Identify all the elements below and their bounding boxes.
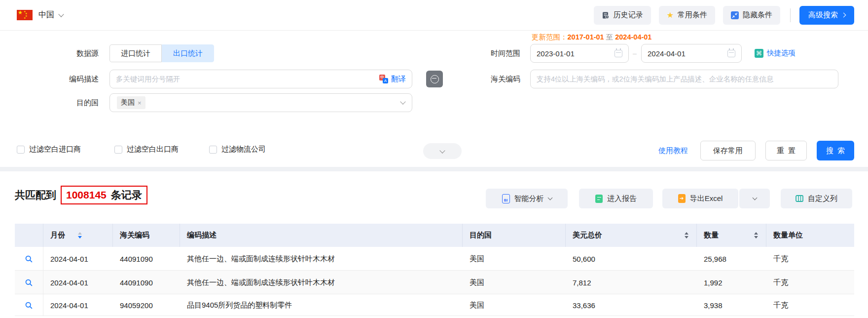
quick-options-label: 快捷选项 [767,48,796,58]
date-from-field[interactable] [530,44,629,63]
tab-export-stats[interactable]: 出口统计 [162,44,214,62]
cell-month: 2024-04-01 [43,255,113,263]
date-to-input[interactable] [648,49,727,58]
chevron-down-icon [439,148,445,153]
cell-qty: 1,992 [697,278,766,287]
header-desc: 编码描述 [180,224,463,247]
chevron-down-icon [547,196,552,200]
date-range-separator: – [633,44,637,63]
custom-columns-button[interactable]: 自定义列 [781,189,852,208]
code-desc-label: 编码描述 [15,70,99,88]
collapse-icon [731,11,739,19]
next-row-sliver [15,316,854,318]
expand-conditions-button[interactable] [423,143,462,159]
cell-hs-code: 44091090 [113,255,180,263]
code-desc-field: 中 A 翻译 [109,70,412,88]
country-selector-label[interactable]: 中国 [38,10,54,20]
select-chevron-down-icon[interactable] [400,99,405,104]
update-range-from: 2017-01-01 [568,33,604,41]
translate-label: 翻译 [391,75,406,84]
sort-icon[interactable] [754,232,758,238]
china-flag-icon: ★★★★★ [17,10,33,20]
checkbox[interactable] [17,146,25,154]
translate-icon: 中 A [379,75,388,83]
filter-blank-exporter[interactable]: 过滤空白出口商 [114,145,179,154]
command-icon: ⌘ [755,49,763,58]
data-source-tabs: 进口统计 出口统计 [109,44,214,62]
header-month[interactable]: 月份 [43,224,113,247]
header-unit: 数量单位 [766,224,854,247]
sort-icon[interactable] [685,232,688,238]
cell-hs-code: 94059200 [113,301,180,310]
export-excel-button[interactable]: ➔ 导出Excel [662,189,738,208]
cell-desc: 其他任一边、端或面制成连续形状针叶木木材 [180,278,463,287]
header-qty[interactable]: 数量 [697,224,766,247]
hide-conditions-button[interactable]: 隐藏条件 [723,6,780,25]
update-range-label: 更新范围： [532,33,568,41]
hs-code-input[interactable] [537,75,832,83]
section-divider [0,167,868,171]
destination-tag: 美国 × [117,96,145,109]
update-range-to-word: 至 [606,33,614,41]
tab-import-stats[interactable]: 进口统计 [109,44,162,62]
filter-blank-importer[interactable]: 过滤空白进口商 [17,145,81,154]
reset-button[interactable]: 重置 [765,141,807,160]
table-row: 2024-04-01 44091090 其他任一边、端或面制成连续形状针叶木木材… [15,247,854,271]
update-range-to: 2024-04-01 [615,33,651,41]
cell-month: 2024-04-01 [43,301,113,310]
magnifier-icon [25,301,33,310]
remove-tag-icon[interactable]: × [138,99,142,107]
chevron-right-icon [841,13,846,18]
translate-button[interactable]: 中 A 翻译 [379,75,406,84]
advanced-search-button[interactable]: 高级搜索 [799,6,854,25]
custom-columns-label: 自定义列 [808,194,837,203]
calendar-icon [727,50,735,57]
cell-hs-code: 44091090 [113,278,180,287]
time-range-label: 时间范围 [433,44,520,63]
history-button-label: 历史记录 [614,10,643,20]
country-chevron-down-icon[interactable] [58,11,64,17]
export-options-button[interactable] [739,189,770,208]
checkbox[interactable] [209,146,217,154]
favorites-button-label: 常用条件 [678,10,707,20]
tutorial-link[interactable]: 使用教程 [658,141,688,160]
filter-logistics[interactable]: 过滤物流公司 [209,145,266,154]
row-detail-button[interactable] [15,294,43,316]
checkbox[interactable] [114,146,122,154]
save-conditions-button[interactable]: 保存常用 [700,141,756,160]
magnifier-icon [25,255,33,263]
destination-label: 目的国 [15,93,99,112]
sort-icon[interactable] [78,232,82,238]
quick-options-link[interactable]: ⌘ 快捷选项 [755,48,796,58]
cell-qty: 3,938 [697,301,766,310]
row-detail-button[interactable] [15,247,43,271]
date-from-input[interactable] [537,49,615,58]
cell-desc: 品目9405所列货品的塑料制零件 [180,301,463,310]
match-count-number: 1008145 [66,189,107,201]
hs-code-label: 海关编码 [433,70,520,88]
destination-select[interactable]: 美国 × [109,93,412,112]
code-desc-input[interactable] [116,75,379,83]
update-range-note: 更新范围：2017-01-01 至 2024-04-01 [532,33,651,42]
row-detail-button[interactable] [15,271,43,294]
cell-usd: 33,636 [566,301,697,310]
enter-report-button[interactable]: 进入报告 [579,189,653,208]
smart-analysis-button[interactable]: BI 智能分析 [486,189,568,208]
hide-conditions-button-label: 隐藏条件 [743,10,772,20]
cell-desc: 其他任一边、端或面制成连续形状针叶木木材 [180,254,463,264]
star-icon: ★ [667,11,674,19]
date-to-field[interactable] [641,44,742,63]
table-row: 2024-04-01 94059200 品目9405所列货品的塑料制零件 美国 … [15,294,854,316]
history-button[interactable]: 历史记录 [594,6,651,25]
trade-data-search-page: ★★★★★ 中国 历史记录 ★ 常用条件 [0,0,868,318]
favorites-button[interactable]: ★ 常用条件 [659,6,715,25]
export-excel-label: 导出Excel [690,194,723,203]
header-usd[interactable]: 美元总价 [566,224,697,247]
cell-month: 2024-04-01 [43,278,113,287]
cell-dest: 美国 [463,278,566,287]
search-button[interactable]: 搜索 [817,141,854,160]
match-count-row: 共匹配到 1008145 条记录 [15,186,147,204]
magnifier-icon [25,278,33,287]
topbar: ★★★★★ 中国 历史记录 ★ 常用条件 [0,0,868,31]
report-notebook-icon [595,195,603,203]
